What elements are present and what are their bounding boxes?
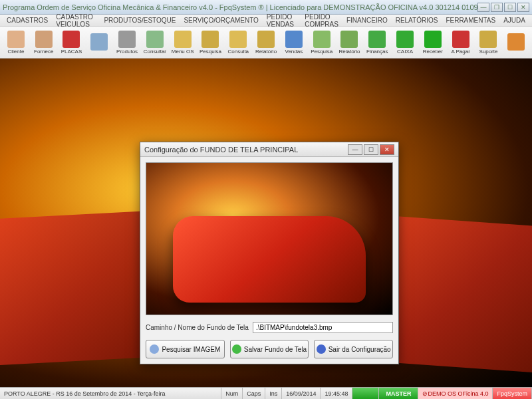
toolbar-label: PLACAS	[61, 49, 82, 55]
toolbar-produtos[interactable]: Produtos	[114, 28, 140, 57]
wallpaper-config-dialog: Configuração do FUNDO DE TELA PRINCIPAL …	[140, 142, 399, 364]
toolbar-finan-as[interactable]: Finanças	[364, 28, 390, 57]
toolbar-relat-rio[interactable]: Relatório	[253, 28, 279, 57]
toolbar-icon	[146, 31, 164, 48]
toolbar-icon	[424, 31, 442, 48]
toolbar-label: Pesquisa	[311, 49, 332, 55]
dialog-minimize-button[interactable]: —	[348, 144, 362, 155]
toolbar-icon	[507, 33, 525, 51]
window-controls: — ❐ ☐ ✕	[477, 3, 529, 12]
status-demo-text: DEMO OS OFicina 4.0	[428, 390, 488, 397]
toolbar-label: Finanças	[366, 49, 388, 55]
restore-button[interactable]: ❐	[491, 3, 503, 12]
statusbar: PORTO ALEGRE - RS 16 de Setembro de 2014…	[0, 387, 532, 399]
window-title: Programa Ordem de Serviço Oficina Mecâni…	[3, 3, 477, 11]
status-ins: Ins	[265, 388, 282, 399]
toolbar-label: Suporte	[479, 49, 497, 55]
toolbar-icon	[396, 31, 414, 48]
search-image-button[interactable]: Pesquisar IMAGEM	[146, 340, 225, 358]
toolbar-icon	[201, 31, 219, 48]
toolbar-label: Cliente	[7, 49, 24, 55]
toolbar-icon	[174, 31, 192, 48]
toolbar-relat-rio[interactable]: Relatório	[336, 28, 363, 57]
toolbar-fornece[interactable]: Fornece	[31, 28, 57, 57]
toolbar-label: A Pagar	[451, 49, 469, 55]
menu-cadastro-veiculos[interactable]: CADASTRO VEICULOS	[52, 13, 100, 28]
menubar: CADASTROSCADASTRO VEICULOSPRODUTOS/ESTOQ…	[0, 15, 532, 27]
path-field-row: Caminho / Nome do Fundo de Tela	[146, 322, 393, 333]
toolbar-label: Produtos	[116, 49, 138, 55]
toolbar-item[interactable]	[86, 28, 112, 57]
status-brand[interactable]: FpqSystem	[493, 388, 532, 399]
menu-produtos-estoque[interactable]: PRODUTOS/ESTOQUE	[100, 17, 180, 24]
maximize-button[interactable]: ☐	[504, 3, 516, 12]
toolbar-icon	[313, 31, 331, 48]
exit-config-label: Sair da Configuração	[329, 346, 391, 353]
exit-icon	[317, 344, 326, 354]
menu-relat-rios[interactable]: RELATÓRIOS	[392, 17, 442, 24]
toolbar-icon	[90, 33, 108, 51]
preview-car-image	[173, 216, 366, 303]
toolbar-icon	[368, 31, 386, 48]
dialog-close-button[interactable]: ✕	[380, 144, 394, 155]
toolbar-icon	[479, 31, 497, 48]
wallpaper-preview	[146, 162, 393, 315]
status-time: 19:45:48	[321, 388, 352, 399]
toolbar-icon	[285, 31, 303, 48]
toolbar-icon	[63, 31, 80, 48]
menu-financeiro[interactable]: FINANCEIRO	[342, 17, 392, 24]
toolbar-item[interactable]	[503, 28, 529, 57]
menu-pedido-compras[interactable]: PEDIDO COMPRAS	[301, 13, 342, 28]
workspace-background: Configuração do FUNDO DE TELA PRINCIPAL …	[0, 59, 532, 387]
toolbar-label: CAIXA	[397, 49, 413, 55]
status-location: PORTO ALEGRE - RS 16 de Setembro de 2014…	[0, 388, 221, 399]
toolbar-placas[interactable]: PLACAS	[59, 28, 85, 57]
status-demo: ⊘ DEMO OS OFicina 4.0	[418, 388, 493, 399]
dialog-body: Caminho / Nome do Fundo de Tela Pesquisa…	[140, 157, 398, 364]
dialog-titlebar: Configuração do FUNDO DE TELA PRINCIPAL …	[140, 142, 398, 157]
menu-pedido-vendas[interactable]: PEDIDO VENDAS	[263, 13, 301, 28]
toolbar-icon	[229, 31, 247, 48]
toolbar-label: Fornece	[34, 49, 53, 55]
status-user: MASTER	[379, 388, 418, 399]
toolbar-pesquisa[interactable]: Pesquisa	[198, 28, 224, 57]
dialog-controls: — ☐ ✕	[348, 144, 394, 155]
toolbar-label: Vendas	[285, 49, 303, 55]
path-input[interactable]	[253, 322, 393, 333]
exit-config-button[interactable]: Sair da Configuração	[314, 340, 393, 358]
toolbar-cliente[interactable]: Cliente	[3, 28, 29, 57]
save-wallpaper-label: Salvar Fundo de Tela	[244, 346, 307, 353]
toolbar-label: Pesquisa	[200, 49, 221, 55]
toolbar: ClienteFornecePLACASProdutosConsultarMen…	[0, 27, 532, 59]
save-wallpaper-button[interactable]: Salvar Fundo de Tela	[230, 340, 309, 358]
magnifier-icon	[150, 344, 159, 354]
toolbar-label: Consulta	[227, 49, 249, 55]
toolbar-icon	[257, 31, 275, 48]
status-indicator	[352, 388, 379, 399]
menu-cadastros[interactable]: CADASTROS	[3, 17, 52, 24]
toolbar-label: Relatório	[338, 49, 360, 55]
toolbar-menu-os[interactable]: Menu OS	[170, 28, 196, 57]
toolbar-consulta[interactable]: Consulta	[225, 28, 251, 57]
toolbar-label: Consultar	[144, 49, 166, 55]
toolbar-receber[interactable]: Receber	[420, 28, 446, 57]
toolbar-a-pagar[interactable]: A Pagar	[448, 28, 474, 57]
toolbar-pesquisa[interactable]: Pesquisa	[309, 28, 335, 57]
status-caps: Caps	[243, 388, 265, 399]
toolbar-label: Menu OS	[172, 49, 194, 55]
close-button[interactable]: ✕	[517, 3, 529, 12]
toolbar-icon	[340, 31, 358, 48]
toolbar-suporte[interactable]: Suporte	[475, 28, 502, 57]
menu-ferramentas[interactable]: FERRAMENTAS	[442, 17, 499, 24]
minimize-button[interactable]: —	[477, 3, 489, 12]
dialog-title: Configuração do FUNDO DE TELA PRINCIPAL	[144, 146, 348, 154]
toolbar-caixa[interactable]: CAIXA	[392, 28, 418, 57]
menu-ajuda[interactable]: AJUDA	[499, 17, 529, 24]
toolbar-icon	[452, 31, 469, 48]
toolbar-vendas[interactable]: Vendas	[281, 28, 307, 57]
toolbar-consultar[interactable]: Consultar	[142, 28, 168, 57]
dialog-maximize-button[interactable]: ☐	[364, 144, 378, 155]
menu-servi-o-or-amento[interactable]: SERVIÇO/ORÇAMENTO	[180, 17, 262, 24]
toolbar-icon	[118, 31, 136, 48]
search-image-label: Pesquisar IMAGEM	[162, 346, 220, 353]
